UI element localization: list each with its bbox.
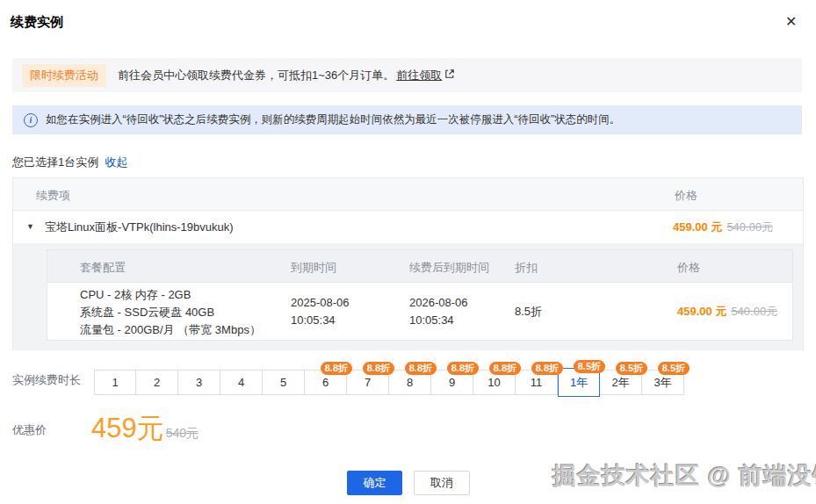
- instance-price-original: 540.00元: [726, 220, 773, 234]
- claim-voucher-link[interactable]: 前往领取: [396, 68, 442, 83]
- duration-option-label: 1年: [570, 375, 588, 391]
- instance-detail-panel: 套餐配置 到期时间 续费后到期时间 折扣 价格 CPU - 2核 内存 - 2G…: [13, 243, 803, 350]
- instance-name: 宝塔Linux面板-VTPk(lhins-19bvukuk): [45, 220, 234, 235]
- duration-option-1[interactable]: 1: [94, 370, 136, 395]
- duration-option-label: 2: [154, 376, 160, 389]
- collapse-caret-icon[interactable]: ▼: [26, 222, 34, 231]
- info-text: 如您在实例进入“待回收”状态之后续费实例，则新的续费周期起始时间依然为最近一次被…: [46, 112, 620, 127]
- expire-date: 2025-08-06: [291, 294, 350, 312]
- column-header-price: 价格: [675, 188, 697, 204]
- detail-table-header: 套餐配置 到期时间 续费后到期时间 折扣 价格: [47, 250, 792, 283]
- config-line-cpu: CPU - 2核 内存 - 2GB: [80, 286, 261, 304]
- duration-option-label: 7: [365, 376, 371, 389]
- duration-option-4[interactable]: 4: [220, 370, 263, 395]
- detail-table: 套餐配置 到期时间 续费后到期时间 折扣 价格 CPU - 2核 内存 - 2G…: [47, 249, 793, 341]
- discount-badge: 8.8折: [405, 362, 437, 375]
- expire-time: 10:05:34: [291, 312, 350, 329]
- detail-price-current: 459.00: [677, 305, 712, 318]
- discount-badge: 8.5折: [658, 362, 690, 375]
- selection-text: 您已选择1台实例: [12, 155, 98, 169]
- external-link-icon: [444, 68, 455, 82]
- instance-price-current: 459.00: [673, 220, 708, 234]
- package-config: CPU - 2核 内存 - 2GB 系统盘 - SSD云硬盘 40GB 流量包 …: [80, 286, 261, 339]
- duration-option-label: 2年: [611, 375, 629, 391]
- duration-option-label: 5: [280, 376, 286, 389]
- renewed-expire-datetime: 2026-08-06 10:05:34: [409, 294, 468, 329]
- page-title: 续费实例: [11, 14, 63, 31]
- discount-badge: 8.8折: [489, 362, 521, 375]
- summary-price-original: 540元: [166, 426, 199, 442]
- discount-badge: 8.8折: [447, 362, 479, 375]
- detail-header-renewed-expire: 续费后到期时间: [409, 260, 489, 276]
- summary-price: 459元 540元: [91, 410, 199, 447]
- detail-price-unit: 元: [715, 305, 726, 318]
- cancel-button[interactable]: 取消: [414, 471, 470, 495]
- discount-badge: 8.5折: [574, 360, 605, 373]
- duration-option-8[interactable]: 8.8折8: [389, 370, 431, 395]
- detail-row: CPU - 2核 内存 - 2GB 系统盘 - SSD云硬盘 40GB 流量包 …: [47, 283, 792, 341]
- confirm-button[interactable]: 确定: [347, 471, 402, 495]
- duration-option-label: 8: [407, 376, 413, 389]
- duration-option-2year[interactable]: 8.5折2年: [600, 370, 642, 395]
- duration-option-label: 1: [112, 376, 118, 389]
- promo-badge: 限时续费活动: [22, 64, 106, 87]
- discount-value: 8.5折: [515, 304, 542, 320]
- info-icon: i: [24, 113, 38, 127]
- duration-option-1year-selected[interactable]: 8.5折1年: [558, 368, 600, 397]
- instance-row: ▼ 宝塔Linux面板-VTPk(lhins-19bvukuk) 459.00 …: [13, 211, 803, 243]
- summary-price-current: 459元: [91, 410, 164, 447]
- detail-header-config: 套餐配置: [80, 260, 126, 276]
- collapse-link[interactable]: 收起: [105, 155, 127, 169]
- duration-option-10[interactable]: 8.8折10: [473, 370, 516, 395]
- discount-badge: 8.8折: [531, 362, 563, 375]
- duration-option-label: 11: [531, 376, 543, 389]
- duration-label: 实例续费时长: [12, 372, 81, 388]
- config-line-traffic: 流量包 - 200GB/月 （带宽 3Mbps）: [80, 321, 261, 339]
- duration-option-label: 4: [238, 376, 244, 389]
- instance-price-unit: 元: [711, 220, 722, 234]
- detail-header-expire: 到期时间: [291, 260, 336, 276]
- duration-selector: 1 2 3 4 5 8.8折6 8.8折7 8.8折8 8.8折9 8.8折10…: [94, 370, 684, 397]
- duration-option-label: 3年: [654, 375, 671, 391]
- duration-option-label: 9: [449, 376, 455, 389]
- duration-option-6[interactable]: 8.8折6: [305, 370, 347, 395]
- renewed-time: 10:05:34: [409, 312, 468, 329]
- summary-label: 优惠价: [12, 422, 47, 438]
- duration-option-2[interactable]: 2: [136, 370, 178, 395]
- instance-price: 459.00 元540.00元: [673, 220, 773, 235]
- renewed-date: 2026-08-06: [409, 294, 468, 312]
- duration-option-5[interactable]: 5: [263, 370, 305, 395]
- duration-option-9[interactable]: 8.8折9: [431, 370, 473, 395]
- renew-table: 续费项 价格 ▼ 宝塔Linux面板-VTPk(lhins-19bvukuk) …: [12, 177, 804, 350]
- config-line-disk: 系统盘 - SSD云硬盘 40GB: [80, 304, 261, 321]
- duration-option-label: 3: [196, 376, 202, 389]
- detail-header-discount: 折扣: [515, 260, 538, 276]
- promo-banner: 限时续费活动 前往会员中心领取续费代金券，可抵扣1~36个月订单。 前往领取: [12, 58, 802, 92]
- duration-option-3year[interactable]: 8.5折3年: [642, 370, 684, 395]
- renew-table-header: 续费项 价格: [13, 178, 803, 211]
- selection-summary: 您已选择1台实例收起: [12, 155, 127, 170]
- discount-badge: 8.5折: [616, 362, 647, 375]
- close-icon[interactable]: ✕: [785, 13, 797, 31]
- detail-price-original: 540.00元: [731, 305, 777, 318]
- discount-badge: 8.8折: [363, 362, 394, 375]
- watermark: 掘金技术社区 @ 前端没钱: [552, 460, 816, 492]
- detail-price: 459.00 元540.00元: [677, 304, 777, 320]
- duration-option-7[interactable]: 8.8折7: [347, 370, 389, 395]
- column-header-item: 续费项: [36, 188, 70, 204]
- expire-datetime: 2025-08-06 10:05:34: [291, 294, 350, 329]
- discount-badge: 8.8折: [321, 362, 352, 375]
- promo-text: 前往会员中心领取续费代金券，可抵扣1~36个月订单。: [118, 68, 394, 83]
- detail-header-price: 价格: [677, 260, 700, 276]
- duration-option-3[interactable]: 3: [178, 370, 220, 395]
- duration-option-11[interactable]: 8.8折11: [516, 370, 558, 395]
- duration-option-label: 6: [322, 376, 329, 389]
- info-banner: i 如您在实例进入“待回收”状态之后续费实例，则新的续费周期起始时间依然为最近一…: [12, 105, 802, 134]
- duration-option-label: 10: [487, 376, 500, 389]
